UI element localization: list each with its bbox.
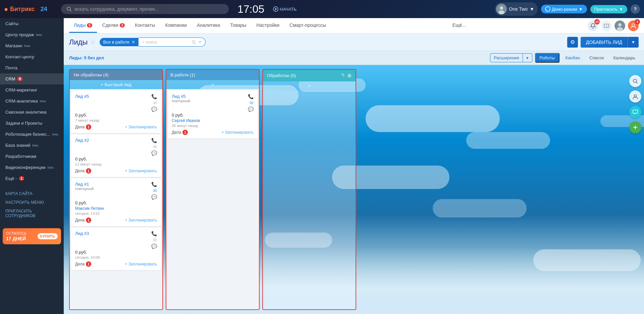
schedule-button[interactable]: + Запланировать (125, 125, 157, 129)
filter-close[interactable]: ✕ (131, 40, 135, 45)
deals-badge: 1 (86, 124, 91, 130)
panel-chat-button[interactable] (629, 106, 641, 118)
schedule-button[interactable]: + Запланировать (125, 218, 157, 223)
card-title[interactable]: Лид #1 (75, 182, 94, 187)
email-icon[interactable]: ✉ (153, 144, 157, 149)
card-title[interactable]: Лид #5 (75, 94, 89, 99)
search-bar[interactable] (61, 4, 229, 14)
sidebar-item-saity[interactable]: Сайты (0, 18, 64, 29)
sidebar-item-kontakt-centr[interactable]: Контакт-центр (0, 51, 64, 62)
filter-search[interactable]: + поиск ✕ (139, 38, 206, 47)
start-button[interactable]: НАЧАТЬ (273, 6, 297, 12)
search-input[interactable] (74, 6, 223, 12)
tab-companies[interactable]: Компании (161, 18, 192, 33)
sidebar-item-tasks[interactable]: Задачи и Проекты (0, 118, 64, 129)
col-add-icon[interactable]: ⊕ (347, 72, 352, 79)
phone-icon[interactable]: 📞 (151, 138, 157, 143)
email-icon[interactable]: ✉ (153, 100, 157, 106)
deals-badge: 1 (86, 168, 91, 174)
sidebar-item-video[interactable]: Видеоконференцииbeta (0, 162, 64, 173)
panel-green-button[interactable] (629, 121, 641, 133)
sidebar-item-dev[interactable]: Разработчикам (0, 151, 64, 162)
tab-leads[interactable]: Лиды 5 (69, 18, 97, 33)
comment-icon[interactable]: 💬 (151, 194, 157, 200)
tab-analytics[interactable]: Аналитика (192, 18, 225, 33)
tab-deals[interactable]: Сделки 3 (98, 18, 129, 33)
card-title[interactable]: Лид #2 (75, 138, 89, 143)
sidebar-item-magazin[interactable]: Магазинbeta (0, 40, 64, 51)
deals-badge: 1 (86, 217, 91, 223)
sidebar-item-centr-prodaj[interactable]: Центр продажbeta (0, 29, 64, 40)
tab-contacts[interactable]: Контакты (130, 18, 160, 33)
tab-smart[interactable]: Смарт-процессы (285, 18, 331, 33)
panel-search-button[interactable] (629, 75, 641, 87)
kanban-column-not-processed: Не обработан (4) + Быстрый лид Лид #5 (69, 69, 163, 310)
comment-icon[interactable]: 💬 (248, 107, 254, 112)
schedule-button[interactable]: + Запланировать (125, 169, 157, 173)
card-deals: Дела 1 (75, 261, 91, 267)
phone-icon[interactable]: 📞 (248, 94, 254, 99)
card-person[interactable]: Сергей Иванов (172, 118, 254, 123)
sidebar-item-pochta[interactable]: Почта (0, 62, 64, 73)
card-title[interactable]: Лид #3 (75, 231, 89, 236)
phone-icon[interactable]: 📞 (151, 182, 157, 187)
col-edit-icon[interactable]: ✎ (341, 72, 345, 79)
buy-button[interactable]: КУПИТЬ (38, 233, 58, 239)
filter-tag-all-in-work[interactable]: Все в работе ✕ (100, 38, 138, 46)
quick-lead-button[interactable]: + Быстрый лид (70, 80, 162, 89)
tab-more[interactable]: Ещё... (448, 18, 471, 33)
sidebar-item-through-analytics[interactable]: Сквозная аналитика (0, 107, 64, 118)
add-in-work-button[interactable]: + (166, 80, 259, 89)
extensions-button[interactable]: Расширения (490, 53, 523, 62)
topbar: ● Битрикс 24 17:05 НАЧАТЬ One Two ▼ i Де… (0, 0, 644, 18)
comment-icon[interactable]: 💬 (151, 244, 157, 249)
avatar (496, 4, 507, 14)
demo-mode-button[interactable]: i Демо-режим ▼ (541, 5, 587, 13)
email-icon[interactable]: ✉ (250, 100, 254, 106)
panel-user-button[interactable] (629, 90, 641, 103)
sidebar-link-sitemap[interactable]: КАРТА САЙТА (0, 189, 64, 198)
email-icon[interactable]: ✉ (153, 237, 157, 243)
comment-icon[interactable]: 💬 (151, 107, 157, 112)
user-avatar-top[interactable] (614, 20, 625, 31)
sidebar-link-invite[interactable]: ПРИГЛАСИТЬ СОТРУДНИКОВ (0, 207, 64, 220)
add-processed-button[interactable]: + (263, 81, 356, 90)
robots-button[interactable]: Роботы (535, 53, 559, 63)
tab-products[interactable]: Товары (225, 18, 251, 33)
sidebar-item-crm[interactable]: CRM 8 (0, 73, 64, 84)
card-title[interactable]: Лид #5 (172, 94, 190, 99)
messages-button[interactable] (601, 20, 612, 31)
phone-icon[interactable]: 📞 (151, 231, 157, 236)
sidebar-item-knowledge[interactable]: База знанийbeta (0, 140, 64, 151)
add-lead-button[interactable]: ДОБАВИТЬ ЛИД (581, 37, 628, 48)
view-calendar[interactable]: Календарь (610, 54, 639, 62)
invite-button[interactable]: Пригласить ▼ (590, 5, 627, 13)
svg-text:i: i (546, 8, 547, 11)
help-button[interactable]: ? (631, 4, 640, 14)
card-deals: Дела 1 (75, 217, 91, 223)
notifications-wrap: 10 (588, 20, 598, 31)
sidebar-item-robotization[interactable]: Роботизация бизнес...beta (0, 129, 64, 140)
sidebar-link-configure[interactable]: НАСТРОИТЬ МЕНЮ (0, 198, 64, 207)
schedule-button[interactable]: + Запланировать (221, 130, 254, 135)
sidebar-item-crm-analytics[interactable]: CRM-аналитикаbeta (0, 96, 64, 107)
favorite-star[interactable]: ☆ (90, 39, 96, 46)
user-menu[interactable]: One Two ▼ (495, 2, 538, 16)
phone-icon[interactable]: 📞 (151, 94, 157, 99)
app-logo[interactable]: ● Битрикс 24 (4, 5, 58, 13)
email-icon[interactable]: ✉ (153, 188, 157, 193)
schedule-button[interactable]: + Запланировать (125, 262, 157, 266)
settings-gear-button[interactable]: ⚙ (567, 37, 578, 48)
sidebar-item-more[interactable]: Ещё - 1 (0, 173, 64, 184)
view-kanban[interactable]: Канбан (562, 54, 584, 62)
view-list[interactable]: Список (586, 54, 607, 62)
tab-settings[interactable]: Настройки (252, 18, 284, 33)
comment-icon[interactable]: 💬 (151, 150, 157, 156)
extensions-arrow-button[interactable]: ▼ (523, 53, 532, 62)
card-person[interactable]: Максим Литвин (75, 206, 157, 211)
add-lead-arrow-button[interactable]: ▼ (628, 37, 639, 48)
avatar-icon (496, 4, 507, 14)
sidebar-item-crm-marketing[interactable]: CRM-маркетинг (0, 84, 64, 96)
svg-point-13 (617, 27, 623, 31)
sub-header-right: Расширения ▼ Роботы Канбан Список Календ… (490, 53, 639, 63)
